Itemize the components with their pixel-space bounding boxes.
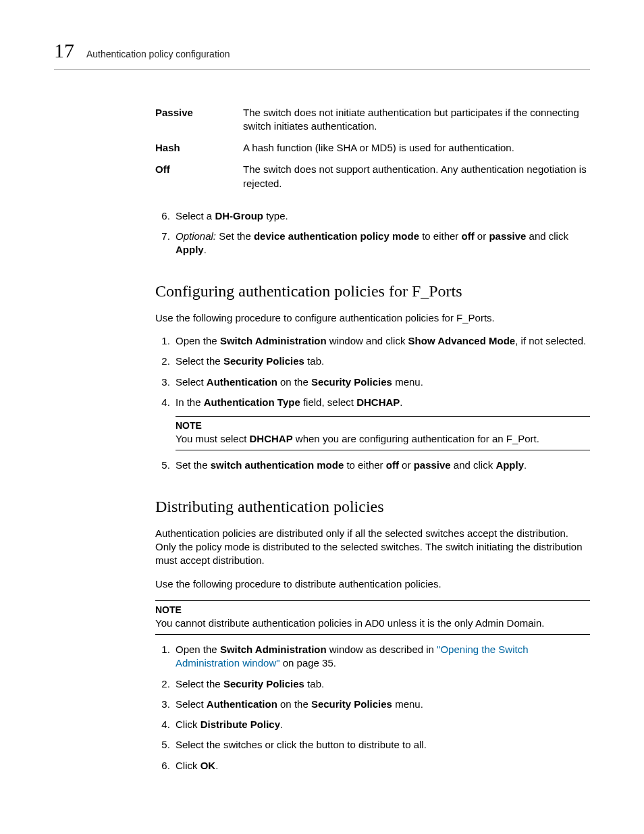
table-row: Hash A hash function (like SHA or MD5) i… bbox=[155, 137, 590, 159]
list-item: Optional: Set the device authentication … bbox=[173, 230, 590, 257]
list-item: Select a DH-Group type. bbox=[173, 209, 590, 223]
section-heading: Configuring authentication policies for … bbox=[155, 280, 590, 302]
list-item: Select the switches or click the button … bbox=[173, 738, 590, 752]
note-body: You cannot distribute authentication pol… bbox=[155, 617, 590, 630]
note-box: NOTE You must select DHCHAP when you are… bbox=[176, 416, 590, 450]
list-item: Select the Security Policies tab. bbox=[173, 355, 590, 368]
list-item: Set the switch authentication mode to ei… bbox=[173, 459, 590, 472]
note-box: NOTE You cannot distribute authenticatio… bbox=[155, 600, 590, 635]
paragraph: Authentication policies are distributed … bbox=[155, 527, 590, 568]
continued-steps: Select a DH-Group type. Optional: Set th… bbox=[155, 209, 590, 257]
def-desc: The switch does not initiate authenticat… bbox=[243, 102, 590, 138]
list-item: Click OK. bbox=[173, 759, 590, 773]
list-item: Open the Switch Administration window an… bbox=[173, 334, 590, 348]
page: 17 Authentication policy configuration P… bbox=[0, 0, 644, 834]
table-row: Off The switch does not support authenti… bbox=[155, 159, 590, 194]
paragraph: Use the following procedure to distribut… bbox=[155, 577, 590, 591]
running-title: Authentication policy configuration bbox=[86, 48, 230, 61]
def-term: Off bbox=[155, 159, 243, 194]
list-item: Click Distribute Policy. bbox=[173, 718, 590, 731]
procedure-list: Open the Switch Administration window as… bbox=[155, 643, 590, 773]
note-heading: NOTE bbox=[155, 604, 590, 617]
section-heading: Distributing authentication policies bbox=[155, 496, 590, 517]
list-item: Select the Security Policies tab. bbox=[173, 677, 590, 691]
list-item: In the Authentication Type field, select… bbox=[173, 396, 590, 450]
table-row: Passive The switch does not initiate aut… bbox=[155, 102, 590, 138]
chapter-number: 17 bbox=[54, 37, 74, 65]
content-block: Passive The switch does not initiate aut… bbox=[155, 102, 590, 773]
def-desc: The switch does not support authenticati… bbox=[243, 159, 590, 194]
def-term: Passive bbox=[155, 102, 243, 138]
def-term: Hash bbox=[155, 137, 243, 159]
paragraph: Use the following procedure to configure… bbox=[155, 311, 590, 325]
note-body: You must select DHCHAP when you are conf… bbox=[176, 432, 590, 446]
list-item: Select Authentication on the Security Po… bbox=[173, 375, 590, 389]
def-desc: A hash function (like SHA or MD5) is use… bbox=[243, 137, 590, 159]
note-heading: NOTE bbox=[176, 419, 590, 432]
list-item: Open the Switch Administration window as… bbox=[173, 643, 590, 671]
procedure-list: Open the Switch Administration window an… bbox=[155, 334, 590, 472]
running-header: 17 Authentication policy configuration bbox=[54, 37, 590, 70]
definition-table: Passive The switch does not initiate aut… bbox=[155, 102, 590, 194]
list-item: Select Authentication on the Security Po… bbox=[173, 698, 590, 711]
